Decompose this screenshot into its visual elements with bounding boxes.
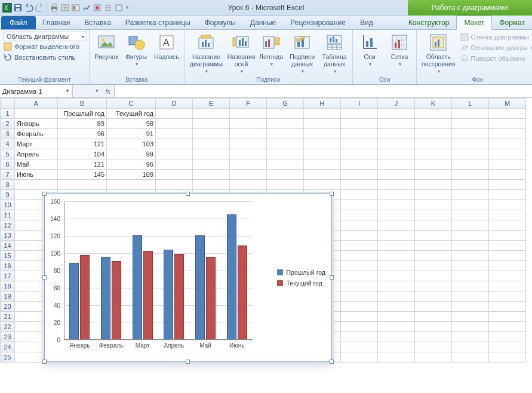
- chart-element-selector[interactable]: Область диаграммы▾: [4, 32, 87, 41]
- cell[interactable]: [193, 109, 230, 119]
- chart-bar[interactable]: [69, 263, 79, 340]
- cell[interactable]: [341, 281, 378, 291]
- cell[interactable]: [304, 119, 341, 129]
- name-box[interactable]: Диаграмма 1▼: [0, 85, 73, 97]
- cell[interactable]: [452, 231, 489, 241]
- row-header[interactable]: 16: [1, 261, 15, 271]
- row-header[interactable]: 4: [1, 139, 15, 149]
- tab-data[interactable]: Данные: [243, 16, 283, 29]
- cell[interactable]: [489, 332, 526, 342]
- cell[interactable]: [378, 332, 415, 342]
- cell[interactable]: [341, 291, 378, 302]
- cell[interactable]: [489, 159, 526, 170]
- cell[interactable]: [415, 352, 452, 363]
- fx-dropdown-icon[interactable]: ▼: [95, 88, 100, 94]
- cell[interactable]: [489, 312, 526, 322]
- cell[interactable]: [415, 271, 452, 281]
- qat-icon-1[interactable]: [60, 3, 70, 13]
- resize-handle[interactable]: [330, 192, 334, 196]
- cell[interactable]: [156, 149, 193, 159]
- cell[interactable]: [378, 149, 415, 159]
- cell[interactable]: [378, 241, 415, 251]
- cell[interactable]: [341, 170, 378, 180]
- cell[interactable]: [341, 342, 378, 352]
- cell[interactable]: [452, 129, 489, 139]
- cell[interactable]: [156, 109, 193, 119]
- cell[interactable]: [230, 119, 267, 129]
- cell[interactable]: [452, 190, 489, 200]
- tab-home[interactable]: Главная: [36, 16, 78, 29]
- tab-design[interactable]: Конструктор: [401, 16, 456, 29]
- chart-legend[interactable]: Прошлый год Текущий год: [277, 265, 325, 290]
- cell[interactable]: [230, 170, 267, 180]
- cell[interactable]: [267, 139, 304, 149]
- cell[interactable]: [58, 180, 107, 190]
- cell[interactable]: [378, 129, 415, 139]
- tab-format[interactable]: Формат: [492, 16, 532, 29]
- cell[interactable]: [341, 210, 378, 220]
- cell[interactable]: 121: [58, 159, 107, 170]
- cell[interactable]: [156, 129, 193, 139]
- row-header[interactable]: 1: [1, 109, 15, 119]
- cell[interactable]: [489, 109, 526, 119]
- cell[interactable]: [415, 312, 452, 322]
- grid[interactable]: A B C D E F G H I J K L M 1Прошлый годТе…: [0, 98, 532, 393]
- chart-bar[interactable]: [238, 245, 247, 340]
- undo-icon[interactable]: [24, 3, 33, 13]
- row-header[interactable]: 13: [1, 231, 15, 241]
- cell[interactable]: [489, 231, 526, 241]
- format-selection-button[interactable]: Формат выделенного: [4, 41, 85, 52]
- axes-button[interactable]: Оси: [356, 32, 383, 68]
- cell[interactable]: [378, 210, 415, 220]
- cell[interactable]: [415, 129, 452, 139]
- chart-bar[interactable]: [227, 214, 236, 340]
- cell[interactable]: 103: [107, 139, 156, 149]
- cell[interactable]: [304, 180, 341, 190]
- chart-bar[interactable]: [195, 235, 205, 340]
- col-B[interactable]: B: [58, 99, 107, 109]
- legend-button[interactable]: Легенда: [258, 32, 284, 68]
- cell[interactable]: [341, 190, 378, 200]
- cell[interactable]: [378, 220, 415, 231]
- cell[interactable]: [341, 302, 378, 312]
- cell[interactable]: [378, 261, 415, 271]
- cell[interactable]: [341, 261, 378, 271]
- cell[interactable]: Июнь: [15, 170, 58, 180]
- cell[interactable]: [489, 281, 526, 291]
- cell[interactable]: [156, 180, 193, 190]
- cell[interactable]: [15, 180, 58, 190]
- cell[interactable]: [415, 180, 452, 190]
- cell[interactable]: [489, 210, 526, 220]
- row[interactable]: 1Прошлый годТекущий год: [1, 109, 526, 119]
- cell[interactable]: [230, 149, 267, 159]
- reset-style-button[interactable]: Восстановить стиль: [4, 52, 85, 63]
- cell[interactable]: [304, 139, 341, 149]
- cell[interactable]: 104: [58, 149, 107, 159]
- cell[interactable]: [341, 332, 378, 342]
- cell[interactable]: 145: [58, 170, 107, 180]
- row-header[interactable]: 25: [1, 352, 15, 363]
- row[interactable]: 6Май12196: [1, 159, 526, 170]
- cell[interactable]: [452, 180, 489, 190]
- cell[interactable]: [378, 170, 415, 180]
- cell[interactable]: [267, 109, 304, 119]
- row-header[interactable]: 11: [1, 210, 15, 220]
- row[interactable]: 2Январь8998: [1, 119, 526, 129]
- cell[interactable]: 99: [107, 149, 156, 159]
- cell[interactable]: [489, 342, 526, 352]
- cell[interactable]: [489, 241, 526, 251]
- cell[interactable]: [341, 180, 378, 190]
- qat-icon-4[interactable]: [93, 3, 102, 13]
- cell[interactable]: [304, 109, 341, 119]
- cell[interactable]: [415, 159, 452, 170]
- row-header[interactable]: 3: [1, 129, 15, 139]
- row-header[interactable]: 6: [1, 159, 15, 170]
- save-icon[interactable]: [13, 3, 23, 13]
- cell[interactable]: [378, 281, 415, 291]
- row-header[interactable]: 21: [1, 312, 15, 322]
- cell[interactable]: [193, 170, 230, 180]
- cell[interactable]: [341, 149, 378, 159]
- cell[interactable]: [193, 129, 230, 139]
- cell[interactable]: [107, 180, 156, 190]
- resize-handle[interactable]: [42, 360, 47, 364]
